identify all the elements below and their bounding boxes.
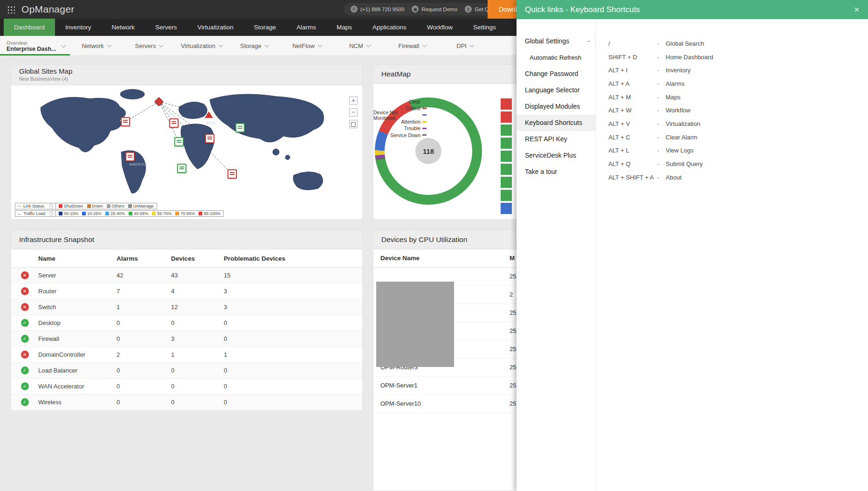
site-marker[interactable] [169,118,179,128]
zoom-out-button[interactable]: − [349,108,358,117]
subnav-item[interactable]: DPI [439,36,491,55]
region-label: ASIA [206,121,215,124]
subnav-item[interactable]: Servers [123,36,175,55]
heatmap-legend-item[interactable]: Service Down [373,131,427,138]
zoom-in-button[interactable]: + [349,97,358,105]
traffic-arrow-icon: ↔ [17,211,21,216]
nav-item[interactable]: Inventory [55,19,102,36]
site-marker[interactable] [177,164,186,173]
site-marker[interactable] [205,134,214,143]
help-icon[interactable]: ? [49,211,54,216]
legend-item: Others [107,204,124,208]
heatmap-cell[interactable] [501,124,512,136]
table-row[interactable]: Router 7 4 3 [11,284,362,299]
legend-swatch [129,212,132,215]
panel-menu-item[interactable]: Displayed Modules [517,98,595,115]
site-marker[interactable] [235,123,245,132]
site-marker[interactable] [125,152,135,161]
shortcut-row: / - Global Search [608,37,713,50]
heatmap-cell[interactable] [501,177,512,188]
heatmap-legend-item[interactable]: Clear [373,98,427,105]
contact-pill: ✆ (+1) 888 720 9500 ▣ Request Demo $ Get… [344,3,506,15]
heatmap-cell[interactable] [501,190,512,201]
panel-menu-item[interactable]: Language Selector [517,82,595,98]
site-marker[interactable] [121,117,130,126]
legend-tick [422,121,427,123]
subnav-item[interactable]: NCM [333,36,386,55]
request-demo[interactable]: ▣ Request Demo [412,6,457,13]
chevron-down-icon [366,43,371,48]
table-row[interactable]: WAN Accelerator 0 0 0 [11,379,362,394]
col-device-name: Device Name [380,255,420,262]
panel-menu-item[interactable]: REST API Key [517,131,595,147]
table-row[interactable]: Firewall 0 3 0 [11,331,362,347]
fullscreen-button[interactable] [349,120,358,128]
subnav-item[interactable]: Storage [228,36,281,55]
panel-menu-item[interactable]: Automatic Refresh [517,49,595,66]
panel-menu-item[interactable]: Change Password [517,66,595,82]
chevron-down-icon [159,43,164,48]
col-problematic: Problematic Devices [224,255,362,262]
nav-item[interactable]: Workflow [417,19,463,36]
status-icon [21,319,29,327]
app-window: OpManager ✆ (+1) 888 720 9500 ▣ Request … [0,0,868,491]
heatmap-cell[interactable] [501,138,512,149]
nav-item[interactable]: Dashboard [4,19,55,36]
nav-item[interactable]: Maps [326,19,362,36]
heatmap-legend-item[interactable]: Trouble [373,125,427,131]
legend-swatch [152,212,156,215]
site-marker[interactable] [174,137,184,146]
subtab-overview-dashboard[interactable]: Overview Enterprise Dash... [0,36,70,55]
traffic-load-legend: ↔ Traffic Load ? 00-10%10-25%25-40%40-55… [15,210,224,217]
traffic-load-label: Traffic Load [23,211,45,216]
heatmap-cell[interactable] [501,203,512,214]
panel-menu-item[interactable]: Take a tour [517,164,595,180]
table-row[interactable]: Wireless 0 0 0 [11,394,362,410]
table-row[interactable]: DomainController 2 1 1 [11,347,362,363]
shortcut-keys: ALT + L [608,147,657,154]
heatmap-cell[interactable] [501,98,512,110]
subnav-item[interactable]: Firewall [386,36,439,55]
site-marker[interactable] [227,169,237,179]
nav-item[interactable]: Alarms [286,19,326,36]
table-row[interactable]: Load Balancer 0 0 0 [11,363,362,379]
table-row[interactable]: Server 42 43 15 [11,268,362,284]
legend-tick [422,134,427,136]
nav-item[interactable]: Servers [145,19,187,36]
subnav-item[interactable]: NetFlow [281,36,333,55]
shortcut-keys: ALT + C [608,134,657,141]
cpu-title: Devices by CPU Utilization [381,235,467,244]
apps-grid-icon[interactable] [7,5,15,14]
nav-item[interactable]: Settings [463,19,506,36]
nav-item[interactable]: Network [102,19,145,36]
legend-swatch [199,212,202,215]
nav-item[interactable]: Applications [362,19,417,36]
panel-menu-item[interactable]: Keyboard Shortcuts [517,115,595,131]
shortcut-action: View Logs [666,147,694,154]
heatmap-cell[interactable] [501,151,512,162]
shortcut-separator: - [657,160,666,167]
chevron-down-icon [62,43,66,48]
infra-table-body: Server 42 43 15 Router 7 4 3 Switch 1 [11,268,362,410]
world-map[interactable]: ASIAAMERICA [15,85,360,201]
help-icon[interactable]: ? [49,204,54,208]
shortcut-keys: ALT + A [608,80,657,87]
heatmap-legend-item[interactable]: Device Not Monitored. [373,112,427,118]
nav-item[interactable]: Storage [244,19,286,36]
heatmap-cell[interactable] [501,111,512,123]
site-marker[interactable] [205,111,213,118]
panel-menu-item[interactable]: Global Settings- [517,33,595,49]
col-metric: M [510,255,515,262]
nav-item[interactable]: Virtualization [187,19,244,36]
link-status-label: Link Status [23,204,44,208]
subnav-item[interactable]: Network [70,36,123,55]
table-row[interactable]: Desktop 0 0 0 [11,315,362,331]
close-icon[interactable]: ✕ [854,6,860,14]
subnav-item[interactable]: Virtualization [175,36,228,55]
heatmap-cell[interactable] [501,164,512,175]
legend-item: 85-100% [199,211,220,216]
shortcut-keys: / [608,40,657,47]
panel-menu-item[interactable]: ServiceDesk Plus [517,147,595,164]
table-row[interactable]: Switch 1 12 3 [11,299,362,315]
infrastructure-snapshot-card: Infrastructure Snapshot Name Alarms Devi… [11,230,363,409]
